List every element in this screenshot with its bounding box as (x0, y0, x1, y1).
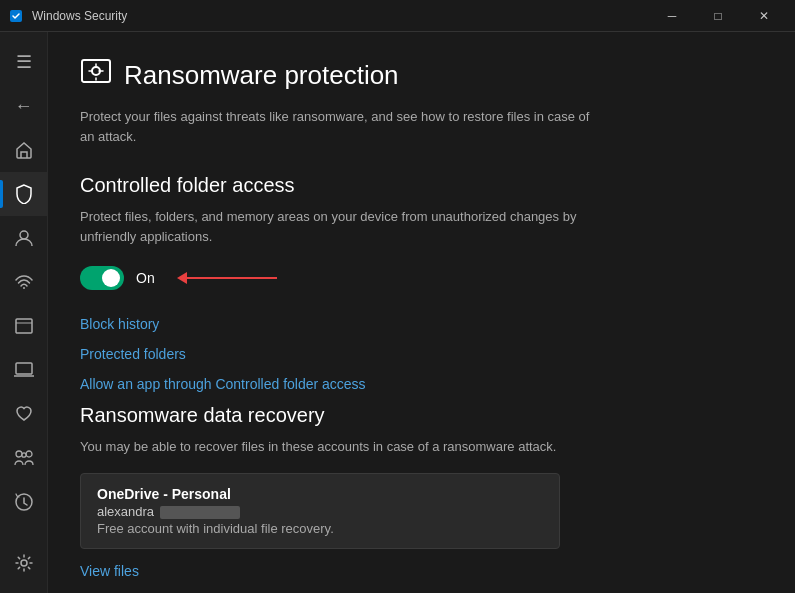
controlled-folder-toggle[interactable] (80, 266, 124, 290)
sidebar-item-family[interactable] (0, 436, 48, 480)
svg-point-6 (16, 451, 22, 457)
sidebar-item-home[interactable] (0, 128, 48, 172)
window-controls: ─ □ ✕ (649, 0, 787, 32)
window-icon (15, 318, 33, 334)
minimize-button[interactable]: ─ (649, 0, 695, 32)
sidebar-item-health[interactable] (0, 392, 48, 436)
protected-folders-link[interactable]: Protected folders (80, 344, 763, 364)
onedrive-card: OneDrive - Personal alexandra Free accou… (80, 473, 560, 549)
svg-rect-3 (16, 319, 32, 333)
ransomware-icon (80, 56, 112, 95)
history-icon (15, 493, 33, 511)
arrow-annotation (177, 272, 277, 284)
svg-point-9 (21, 560, 27, 566)
allow-app-link[interactable]: Allow an app through Controlled folder a… (80, 374, 763, 394)
sidebar-item-firewall[interactable] (0, 260, 48, 304)
sidebar-item-account[interactable] (0, 216, 48, 260)
section-desc-controlled: Protect files, folders, and memory areas… (80, 207, 600, 246)
sidebar-item-settings[interactable] (0, 541, 48, 585)
page-header: Ransomware protection (80, 56, 763, 95)
sidebar-item-back[interactable]: ← (0, 84, 48, 128)
onedrive-user-blurred (160, 506, 240, 519)
svg-point-1 (20, 231, 28, 239)
arrow-head (177, 272, 187, 284)
section-title-recovery: Ransomware data recovery (80, 404, 763, 427)
laptop-icon (14, 362, 34, 378)
sidebar: ☰ ← (0, 32, 48, 593)
toggle-label: On (136, 270, 155, 286)
sidebar-item-menu[interactable]: ☰ (0, 40, 48, 84)
sidebar-item-history[interactable] (0, 480, 48, 524)
toggle-row: On (80, 266, 763, 290)
toggle-thumb (102, 269, 120, 287)
arrow-line (187, 277, 277, 279)
close-button[interactable]: ✕ (741, 0, 787, 32)
titlebar: Windows Security ─ □ ✕ (0, 0, 795, 32)
heart-icon (15, 406, 33, 422)
svg-point-2 (23, 287, 25, 289)
settings-icon (15, 554, 33, 572)
onedrive-user: alexandra (97, 504, 543, 519)
titlebar-title: Windows Security (32, 9, 649, 23)
family-icon (14, 450, 34, 466)
app-icon (8, 8, 24, 24)
sidebar-item-device[interactable] (0, 348, 48, 392)
block-history-link[interactable]: Block history (80, 314, 763, 334)
svg-rect-5 (16, 363, 32, 374)
section-title-controlled: Controlled folder access (80, 174, 763, 197)
main-content: Ransomware protection Protect your files… (48, 32, 795, 593)
page-title: Ransomware protection (124, 60, 399, 91)
person-icon (15, 229, 33, 247)
view-files-link[interactable]: View files (80, 561, 763, 581)
onedrive-name: OneDrive - Personal (97, 486, 543, 502)
shield-icon (15, 184, 33, 204)
maximize-button[interactable]: □ (695, 0, 741, 32)
home-icon (15, 141, 33, 159)
wifi-icon (15, 275, 33, 289)
recovery-section: Ransomware data recovery You may be able… (80, 404, 763, 581)
app-body: ☰ ← (0, 32, 795, 593)
page-subtitle: Protect your files against threats like … (80, 107, 600, 146)
recovery-desc: You may be able to recover files in thes… (80, 437, 600, 457)
sidebar-item-virus[interactable] (0, 172, 48, 216)
svg-point-7 (26, 451, 32, 457)
onedrive-info: Free account with individual file recove… (97, 521, 543, 536)
sidebar-item-app[interactable] (0, 304, 48, 348)
menu-icon: ☰ (16, 51, 32, 73)
back-icon: ← (15, 96, 33, 117)
